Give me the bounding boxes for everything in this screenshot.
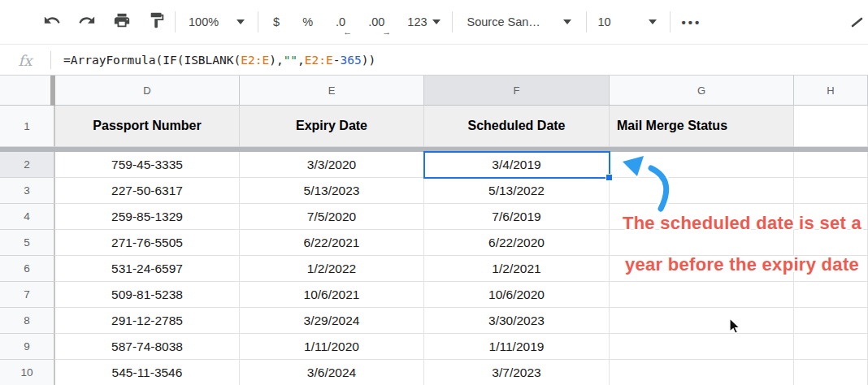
cell-h1[interactable]: [794, 106, 868, 147]
cell-d8[interactable]: 291-12-2785: [55, 308, 240, 334]
percent-format-button[interactable]: %: [302, 15, 313, 28]
decrease-decimal-button[interactable]: .0←: [336, 15, 345, 28]
cell-e8[interactable]: 3/29/2024: [240, 308, 424, 334]
cell-e1[interactable]: Expiry Date: [240, 106, 424, 147]
font-family-select[interactable]: Source San…: [467, 15, 557, 28]
formula-segment: =ArrayFormula(IF(ISBLANK(: [63, 54, 241, 67]
arrow-left-icon: ←: [343, 27, 352, 37]
cell-h2[interactable]: [794, 152, 868, 178]
column-header-f[interactable]: F: [424, 76, 610, 106]
cell-d4[interactable]: 259-85-1329: [55, 204, 240, 230]
cell-e10[interactable]: 3/6/2024: [240, 360, 424, 385]
cell-e5[interactable]: 6/22/2021: [240, 230, 424, 256]
redo-icon: [78, 11, 96, 32]
font-size-select[interactable]: 10: [598, 15, 657, 28]
cell-g1[interactable]: Mail Merge Status: [610, 106, 794, 147]
chevron-down-icon[interactable]: [237, 19, 245, 24]
cell-d5[interactable]: 271-76-5505: [55, 230, 240, 256]
cell-d2[interactable]: 759-45-3335: [55, 152, 240, 178]
cell-f10[interactable]: 3/7/2023: [424, 360, 610, 385]
toolbar-divider: [258, 11, 258, 32]
print-button[interactable]: [111, 11, 133, 33]
cell-d6[interactable]: 531-24-6597: [55, 256, 240, 282]
cell-g3[interactable]: [610, 178, 794, 204]
cell-f7[interactable]: 10/6/2020: [424, 282, 610, 308]
row-header[interactable]: 3: [0, 178, 55, 204]
cell-f1[interactable]: Scheduled Date: [424, 106, 610, 147]
select-all-corner[interactable]: [0, 76, 50, 106]
chevron-down-icon: [649, 19, 657, 24]
cell-h7[interactable]: [794, 282, 868, 308]
cell-d3[interactable]: 227-50-6317: [55, 178, 240, 204]
formula-segment: 365: [341, 54, 362, 67]
cell-f9[interactable]: 1/11/2019: [424, 334, 610, 360]
column-header-d[interactable]: D: [55, 76, 240, 106]
undo-button[interactable]: [41, 11, 63, 33]
formula-input[interactable]: =ArrayFormula(IF(ISBLANK(E2:E),"",E2:E-3…: [63, 54, 375, 67]
increase-decimal-button[interactable]: .00→: [368, 15, 384, 28]
formula-segment: E2:E: [305, 54, 333, 67]
row-header-1[interactable]: 1: [0, 106, 55, 147]
cell-f8[interactable]: 3/30/2023: [424, 308, 610, 334]
collapse-toolbar-icon[interactable]: [851, 16, 863, 28]
cell-f2[interactable]: 3/4/2019: [424, 152, 610, 178]
fx-icon: fx: [0, 52, 50, 69]
paint-format-button[interactable]: [145, 11, 168, 33]
cell-e9[interactable]: 1/11/2020: [240, 334, 424, 360]
toolbar-divider: [452, 11, 453, 32]
row-header[interactable]: 8: [0, 308, 55, 334]
cell-d9[interactable]: 587-74-8038: [55, 334, 240, 360]
cell-e4[interactable]: 7/5/2020: [240, 204, 424, 230]
formula-segment: ,: [297, 54, 305, 67]
cell-h9[interactable]: [794, 334, 868, 360]
cell-f5[interactable]: 6/22/2020: [424, 230, 610, 256]
cell-h3[interactable]: [794, 178, 868, 204]
more-options-button[interactable]: •••: [682, 15, 702, 29]
table-row: 10 545-11-3546 3/6/2024 3/7/2023: [0, 360, 868, 385]
formula-bar: fx =ArrayFormula(IF(ISBLANK(E2:E),"",E2:…: [0, 45, 868, 76]
cell-g2[interactable]: [610, 152, 794, 178]
number-format-button[interactable]: 123: [407, 15, 427, 28]
fill-handle[interactable]: [605, 174, 613, 181]
cell-g7[interactable]: [610, 282, 794, 308]
column-headers: D E F G H: [0, 76, 868, 106]
cell-d7[interactable]: 509-81-5238: [55, 282, 240, 308]
column-header-g[interactable]: G: [610, 76, 794, 106]
row-header[interactable]: 2: [0, 152, 55, 178]
table-row: 7 509-81-5238 10/6/2021 10/6/2020: [0, 282, 868, 308]
table-row: 8 291-12-2785 3/29/2024 3/30/2023: [0, 308, 868, 334]
row-header[interactable]: 5: [0, 230, 55, 256]
cell-d1[interactable]: Passport Number: [55, 106, 240, 147]
currency-format-button[interactable]: $: [273, 15, 280, 28]
row-header[interactable]: 7: [0, 282, 55, 308]
cell-e2[interactable]: 3/3/2020: [240, 152, 424, 178]
cell-f4[interactable]: 7/6/2019: [424, 204, 610, 230]
row-header[interactable]: 10: [0, 360, 55, 385]
cell-e6[interactable]: 1/2/2022: [240, 256, 424, 282]
row-header[interactable]: 4: [0, 204, 55, 230]
cell-d10[interactable]: 545-11-3546: [55, 360, 240, 385]
formula-segment: "": [284, 54, 297, 67]
cell-g10[interactable]: [610, 360, 794, 385]
toolbar-divider: [586, 11, 587, 32]
annotation-line-1: The scheduled date is set a: [619, 213, 865, 234]
column-header-e[interactable]: E: [240, 76, 424, 106]
cell-e7[interactable]: 10/6/2021: [240, 282, 424, 308]
cell-g9[interactable]: [610, 334, 794, 360]
column-header-h[interactable]: H: [794, 76, 868, 106]
chevron-down-icon[interactable]: [563, 19, 571, 24]
cell-h10[interactable]: [794, 360, 868, 385]
cell-h8[interactable]: [794, 308, 868, 334]
formula-segment: ),: [269, 54, 283, 67]
cell-e3[interactable]: 5/13/2023: [240, 178, 424, 204]
zoom-select[interactable]: 100%: [189, 15, 219, 28]
table-row: 2 759-45-3335 3/3/2020 3/4/2019: [0, 152, 868, 178]
redo-button[interactable]: [76, 11, 98, 33]
cell-f6[interactable]: 1/2/2021: [424, 256, 610, 282]
spreadsheet-app: 100% $ % .0← .00→ 123 Source San… 10 •••…: [0, 0, 868, 385]
row-header[interactable]: 6: [0, 256, 55, 282]
row-header[interactable]: 9: [0, 334, 55, 360]
cell-f3[interactable]: 5/13/2022: [424, 178, 610, 204]
chevron-down-icon[interactable]: [432, 19, 441, 24]
cell-g8[interactable]: [610, 308, 794, 334]
